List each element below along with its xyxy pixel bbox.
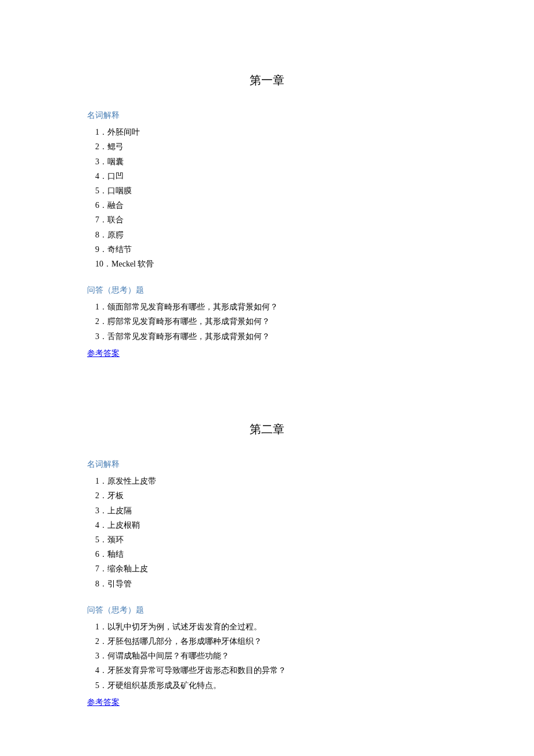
list-item: 4．牙胚发育异常可导致哪些牙齿形态和数目的异常？ bbox=[87, 663, 447, 678]
section-heading-terms: 名词解释 bbox=[87, 457, 447, 471]
term-list: 1．外胚间叶 2．鳃弓 3．咽囊 4．口凹 5．口咽膜 6．融合 7．联合 8．… bbox=[87, 125, 447, 271]
list-item: 5．口咽膜 bbox=[87, 183, 447, 198]
chapter-title: 第一章 bbox=[87, 70, 447, 91]
list-item: 3．咽囊 bbox=[87, 154, 447, 169]
list-item: 6．釉结 bbox=[87, 547, 447, 561]
list-item: 7．缩余釉上皮 bbox=[87, 561, 447, 576]
list-item: 5．牙硬组织基质形成及矿化特点。 bbox=[87, 678, 447, 693]
list-item: 1．颌面部常见发育畸形有哪些，其形成背景如何？ bbox=[87, 300, 447, 314]
list-item: 3．何谓成釉器中间层？有哪些功能？ bbox=[87, 649, 447, 663]
list-item: 8．引导管 bbox=[87, 577, 447, 591]
list-item: 2．鳃弓 bbox=[87, 139, 447, 154]
chapter-title: 第二章 bbox=[87, 419, 447, 440]
list-item: 4．上皮根鞘 bbox=[87, 518, 447, 532]
list-item: 1．以乳中切牙为例，试述牙齿发育的全过程。 bbox=[87, 620, 447, 634]
list-item: 1．原发性上皮带 bbox=[87, 474, 447, 488]
answer-link[interactable]: 参考答案 bbox=[87, 695, 120, 710]
section-heading-questions: 问答（思考）题 bbox=[87, 283, 447, 297]
list-item: 4．口凹 bbox=[87, 169, 447, 183]
list-item: 6．融合 bbox=[87, 198, 447, 213]
term-list: 1．原发性上皮带 2．牙板 3．上皮隔 4．上皮根鞘 5．颈环 6．釉结 7．缩… bbox=[87, 474, 447, 591]
section-heading-terms: 名词解释 bbox=[87, 108, 447, 123]
list-item: 5．颈环 bbox=[87, 532, 447, 547]
list-item: 2．牙胚包括哪几部分，各形成哪种牙体组织？ bbox=[87, 634, 447, 649]
question-list: 1．颌面部常见发育畸形有哪些，其形成背景如何？ 2．腭部常见发育畸形有哪些，其形… bbox=[87, 300, 447, 344]
question-list: 1．以乳中切牙为例，试述牙齿发育的全过程。 2．牙胚包括哪几部分，各形成哪种牙体… bbox=[87, 620, 447, 693]
list-item: 9．奇结节 bbox=[87, 242, 447, 257]
section-heading-questions: 问答（思考）题 bbox=[87, 603, 447, 617]
answer-link[interactable]: 参考答案 bbox=[87, 346, 120, 361]
list-item: 10．Meckel 软骨 bbox=[87, 257, 447, 271]
list-item: 3．上皮隔 bbox=[87, 503, 447, 518]
list-item: 3．舌部常见发育畸形有哪些，其形成背景如何？ bbox=[87, 329, 447, 344]
list-item: 7．联合 bbox=[87, 213, 447, 227]
list-item: 8．原腭 bbox=[87, 228, 447, 242]
list-item: 2．腭部常见发育畸形有哪些，其形成背景如何？ bbox=[87, 314, 447, 329]
list-item: 1．外胚间叶 bbox=[87, 125, 447, 139]
list-item: 2．牙板 bbox=[87, 488, 447, 503]
